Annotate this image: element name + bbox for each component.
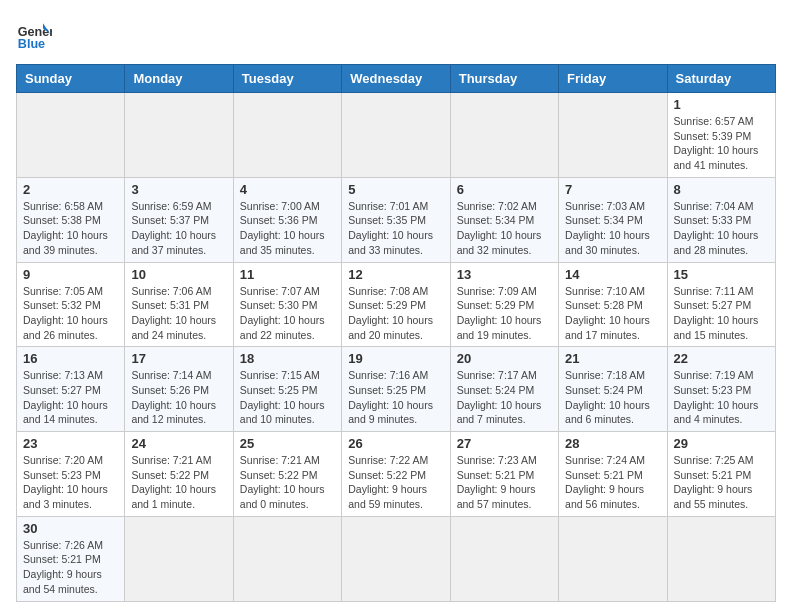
day-info: Sunrise: 7:23 AM Sunset: 5:21 PM Dayligh… [457, 453, 552, 512]
week-row-1: 2Sunrise: 6:58 AM Sunset: 5:38 PM Daylig… [17, 177, 776, 262]
day-number: 16 [23, 351, 118, 366]
calendar-cell: 18Sunrise: 7:15 AM Sunset: 5:25 PM Dayli… [233, 347, 341, 432]
day-info: Sunrise: 7:22 AM Sunset: 5:22 PM Dayligh… [348, 453, 443, 512]
page-header: General Blue [16, 16, 776, 52]
calendar-cell: 27Sunrise: 7:23 AM Sunset: 5:21 PM Dayli… [450, 432, 558, 517]
calendar-cell: 20Sunrise: 7:17 AM Sunset: 5:24 PM Dayli… [450, 347, 558, 432]
day-info: Sunrise: 7:04 AM Sunset: 5:33 PM Dayligh… [674, 199, 769, 258]
day-info: Sunrise: 7:16 AM Sunset: 5:25 PM Dayligh… [348, 368, 443, 427]
day-number: 8 [674, 182, 769, 197]
calendar-cell [450, 93, 558, 178]
calendar-cell: 19Sunrise: 7:16 AM Sunset: 5:25 PM Dayli… [342, 347, 450, 432]
calendar-cell [559, 516, 667, 601]
day-info: Sunrise: 7:13 AM Sunset: 5:27 PM Dayligh… [23, 368, 118, 427]
day-number: 10 [131, 267, 226, 282]
day-number: 7 [565, 182, 660, 197]
weekday-header-thursday: Thursday [450, 65, 558, 93]
calendar-cell: 17Sunrise: 7:14 AM Sunset: 5:26 PM Dayli… [125, 347, 233, 432]
svg-text:Blue: Blue [18, 37, 45, 51]
day-number: 18 [240, 351, 335, 366]
day-info: Sunrise: 7:08 AM Sunset: 5:29 PM Dayligh… [348, 284, 443, 343]
calendar-cell: 26Sunrise: 7:22 AM Sunset: 5:22 PM Dayli… [342, 432, 450, 517]
day-info: Sunrise: 7:05 AM Sunset: 5:32 PM Dayligh… [23, 284, 118, 343]
calendar-cell: 9Sunrise: 7:05 AM Sunset: 5:32 PM Daylig… [17, 262, 125, 347]
calendar-table: SundayMondayTuesdayWednesdayThursdayFrid… [16, 64, 776, 602]
weekday-header-saturday: Saturday [667, 65, 775, 93]
calendar-cell: 6Sunrise: 7:02 AM Sunset: 5:34 PM Daylig… [450, 177, 558, 262]
logo: General Blue [16, 16, 52, 52]
calendar-cell: 8Sunrise: 7:04 AM Sunset: 5:33 PM Daylig… [667, 177, 775, 262]
calendar-cell [125, 93, 233, 178]
weekday-header-sunday: Sunday [17, 65, 125, 93]
day-number: 11 [240, 267, 335, 282]
day-number: 29 [674, 436, 769, 451]
day-info: Sunrise: 6:59 AM Sunset: 5:37 PM Dayligh… [131, 199, 226, 258]
day-info: Sunrise: 7:11 AM Sunset: 5:27 PM Dayligh… [674, 284, 769, 343]
calendar-cell: 30Sunrise: 7:26 AM Sunset: 5:21 PM Dayli… [17, 516, 125, 601]
calendar-cell: 14Sunrise: 7:10 AM Sunset: 5:28 PM Dayli… [559, 262, 667, 347]
calendar-cell: 10Sunrise: 7:06 AM Sunset: 5:31 PM Dayli… [125, 262, 233, 347]
week-row-0: 1Sunrise: 6:57 AM Sunset: 5:39 PM Daylig… [17, 93, 776, 178]
day-number: 30 [23, 521, 118, 536]
calendar-cell: 23Sunrise: 7:20 AM Sunset: 5:23 PM Dayli… [17, 432, 125, 517]
day-number: 22 [674, 351, 769, 366]
day-number: 6 [457, 182, 552, 197]
day-info: Sunrise: 7:20 AM Sunset: 5:23 PM Dayligh… [23, 453, 118, 512]
day-info: Sunrise: 7:21 AM Sunset: 5:22 PM Dayligh… [240, 453, 335, 512]
calendar-cell: 16Sunrise: 7:13 AM Sunset: 5:27 PM Dayli… [17, 347, 125, 432]
calendar-cell: 24Sunrise: 7:21 AM Sunset: 5:22 PM Dayli… [125, 432, 233, 517]
day-number: 12 [348, 267, 443, 282]
calendar-cell: 12Sunrise: 7:08 AM Sunset: 5:29 PM Dayli… [342, 262, 450, 347]
day-number: 2 [23, 182, 118, 197]
day-info: Sunrise: 7:25 AM Sunset: 5:21 PM Dayligh… [674, 453, 769, 512]
week-row-4: 23Sunrise: 7:20 AM Sunset: 5:23 PM Dayli… [17, 432, 776, 517]
day-number: 4 [240, 182, 335, 197]
day-number: 5 [348, 182, 443, 197]
calendar-cell: 11Sunrise: 7:07 AM Sunset: 5:30 PM Dayli… [233, 262, 341, 347]
day-info: Sunrise: 7:14 AM Sunset: 5:26 PM Dayligh… [131, 368, 226, 427]
day-number: 14 [565, 267, 660, 282]
day-number: 13 [457, 267, 552, 282]
day-info: Sunrise: 7:26 AM Sunset: 5:21 PM Dayligh… [23, 538, 118, 597]
day-number: 27 [457, 436, 552, 451]
day-info: Sunrise: 6:58 AM Sunset: 5:38 PM Dayligh… [23, 199, 118, 258]
calendar-cell: 21Sunrise: 7:18 AM Sunset: 5:24 PM Dayli… [559, 347, 667, 432]
day-info: Sunrise: 7:00 AM Sunset: 5:36 PM Dayligh… [240, 199, 335, 258]
day-number: 23 [23, 436, 118, 451]
week-row-5: 30Sunrise: 7:26 AM Sunset: 5:21 PM Dayli… [17, 516, 776, 601]
day-number: 1 [674, 97, 769, 112]
day-info: Sunrise: 7:10 AM Sunset: 5:28 PM Dayligh… [565, 284, 660, 343]
day-info: Sunrise: 7:02 AM Sunset: 5:34 PM Dayligh… [457, 199, 552, 258]
day-number: 25 [240, 436, 335, 451]
day-number: 17 [131, 351, 226, 366]
day-info: Sunrise: 7:21 AM Sunset: 5:22 PM Dayligh… [131, 453, 226, 512]
weekday-header-wednesday: Wednesday [342, 65, 450, 93]
calendar-cell: 2Sunrise: 6:58 AM Sunset: 5:38 PM Daylig… [17, 177, 125, 262]
calendar-cell: 29Sunrise: 7:25 AM Sunset: 5:21 PM Dayli… [667, 432, 775, 517]
calendar-cell: 22Sunrise: 7:19 AM Sunset: 5:23 PM Dayli… [667, 347, 775, 432]
day-number: 9 [23, 267, 118, 282]
calendar-cell: 5Sunrise: 7:01 AM Sunset: 5:35 PM Daylig… [342, 177, 450, 262]
calendar-cell [559, 93, 667, 178]
calendar-cell: 13Sunrise: 7:09 AM Sunset: 5:29 PM Dayli… [450, 262, 558, 347]
calendar-cell [450, 516, 558, 601]
calendar-cell: 28Sunrise: 7:24 AM Sunset: 5:21 PM Dayli… [559, 432, 667, 517]
week-row-3: 16Sunrise: 7:13 AM Sunset: 5:27 PM Dayli… [17, 347, 776, 432]
calendar-cell [667, 516, 775, 601]
calendar-cell: 7Sunrise: 7:03 AM Sunset: 5:34 PM Daylig… [559, 177, 667, 262]
day-number: 15 [674, 267, 769, 282]
day-info: Sunrise: 7:18 AM Sunset: 5:24 PM Dayligh… [565, 368, 660, 427]
day-number: 3 [131, 182, 226, 197]
weekday-header-monday: Monday [125, 65, 233, 93]
calendar-cell: 3Sunrise: 6:59 AM Sunset: 5:37 PM Daylig… [125, 177, 233, 262]
calendar-cell [342, 516, 450, 601]
day-info: Sunrise: 7:19 AM Sunset: 5:23 PM Dayligh… [674, 368, 769, 427]
day-number: 24 [131, 436, 226, 451]
weekday-header-row: SundayMondayTuesdayWednesdayThursdayFrid… [17, 65, 776, 93]
day-info: Sunrise: 7:09 AM Sunset: 5:29 PM Dayligh… [457, 284, 552, 343]
day-info: Sunrise: 7:17 AM Sunset: 5:24 PM Dayligh… [457, 368, 552, 427]
calendar-cell: 4Sunrise: 7:00 AM Sunset: 5:36 PM Daylig… [233, 177, 341, 262]
day-info: Sunrise: 7:06 AM Sunset: 5:31 PM Dayligh… [131, 284, 226, 343]
weekday-header-tuesday: Tuesday [233, 65, 341, 93]
day-number: 19 [348, 351, 443, 366]
